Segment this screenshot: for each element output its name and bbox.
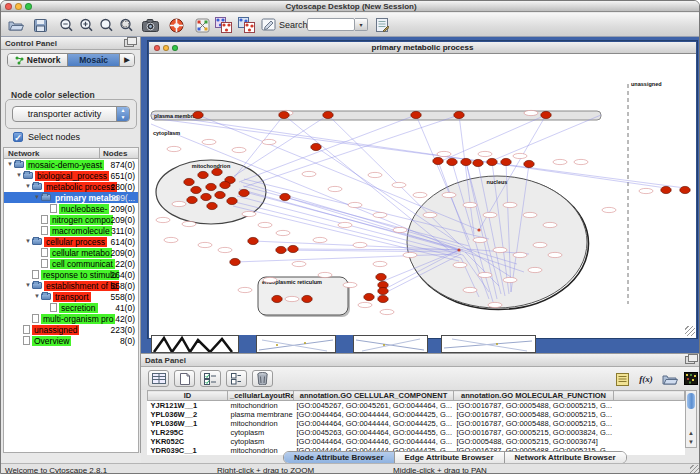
search-input[interactable] xyxy=(307,18,355,31)
delete-attribute-icon[interactable] xyxy=(252,370,273,387)
network-node[interactable] xyxy=(239,189,249,196)
table-cell[interactable] xyxy=(614,401,685,411)
gene-label[interactable] xyxy=(483,212,497,217)
network-node[interactable] xyxy=(288,245,298,252)
gene-label[interactable] xyxy=(232,147,246,152)
app-resize-grip[interactable] xyxy=(690,465,700,474)
zoom-selected-icon[interactable] xyxy=(117,16,135,34)
merge-networks-icon[interactable] xyxy=(214,16,232,34)
import-attributes-icon[interactable] xyxy=(661,370,679,387)
tab-node-attribute-browser[interactable]: Node Attribute Browser xyxy=(284,452,395,463)
search-dropdown-icon[interactable]: ▾ xyxy=(355,18,368,31)
select-nodes-checkbox[interactable]: ✓ xyxy=(13,132,23,142)
table-cell[interactable]: YDR039C__1 xyxy=(148,446,228,455)
tab-mosaic[interactable]: Mosaic xyxy=(68,54,120,66)
tree-row[interactable]: ▼biological_process651(0) xyxy=(4,170,138,181)
tree-row[interactable]: ▼metabolic process280(0) xyxy=(4,181,138,192)
gene-label[interactable] xyxy=(373,212,387,217)
new-attribute-icon[interactable] xyxy=(174,370,195,387)
gene-label[interactable] xyxy=(242,211,256,216)
gene-label[interactable] xyxy=(156,217,170,222)
table-column-header[interactable]: annotation.GO CELLULAR_COMPONENT xyxy=(294,391,454,401)
network-node[interactable] xyxy=(311,143,321,150)
gene-label[interactable] xyxy=(164,237,178,242)
gene-label[interactable] xyxy=(218,247,232,252)
gene-label[interactable] xyxy=(463,202,477,207)
scroll-down-icon[interactable]: ▼ xyxy=(686,438,696,447)
gene-label[interactable] xyxy=(202,139,216,144)
gene-label[interactable] xyxy=(182,221,196,226)
gene-label[interactable] xyxy=(503,277,517,282)
background-window-fragment[interactable] xyxy=(353,335,428,353)
table-cell[interactable]: plasma membrane xyxy=(228,410,294,419)
network-node[interactable] xyxy=(376,273,386,280)
network-node[interactable] xyxy=(433,157,443,164)
gene-label[interactable] xyxy=(318,272,332,277)
attribute-table-icon[interactable] xyxy=(148,370,169,387)
network-node[interactable] xyxy=(198,171,208,178)
float-panel-icon[interactable] xyxy=(124,39,134,47)
table-cell[interactable]: YKR052C xyxy=(148,437,228,446)
gene-label[interactable] xyxy=(328,186,342,191)
gene-label[interactable] xyxy=(453,262,467,267)
table-row[interactable]: YJR121W__1mitochondrion[GO:0045267, GO:0… xyxy=(148,401,685,411)
gene-label[interactable] xyxy=(513,153,527,158)
network-node[interactable] xyxy=(212,168,222,175)
network-node[interactable] xyxy=(454,111,464,118)
gene-label[interactable] xyxy=(302,171,316,176)
session-note-icon[interactable] xyxy=(373,16,391,34)
table-cell[interactable]: YPL036W__1 xyxy=(148,419,228,428)
gene-label[interactable] xyxy=(198,242,212,247)
gene-label[interactable] xyxy=(338,222,352,227)
disclosure-triangle-icon[interactable]: ▼ xyxy=(25,236,32,247)
network-node[interactable] xyxy=(220,181,230,188)
table-cell[interactable]: YPL036W__2 xyxy=(148,410,228,419)
table-cell[interactable]: [GO:0016787, GO:0005215, GO:0003824, G..… xyxy=(454,428,614,437)
scroll-up-icon[interactable]: ▲ xyxy=(686,429,696,438)
table-cell[interactable] xyxy=(614,428,685,437)
table-cell[interactable]: cytoplasm xyxy=(228,428,294,437)
network-node[interactable] xyxy=(487,158,497,165)
tree-row[interactable]: secretion41(0) xyxy=(4,302,138,313)
gene-label[interactable] xyxy=(473,237,487,242)
gene-label[interactable] xyxy=(548,252,562,257)
network-node[interactable] xyxy=(280,193,290,200)
network-node[interactable] xyxy=(473,159,483,166)
snapshot-icon[interactable] xyxy=(141,16,159,34)
more-tabs-button[interactable]: ▶ xyxy=(120,54,134,66)
disclosure-triangle-icon[interactable]: ▼ xyxy=(34,291,41,302)
float-panel-icon[interactable] xyxy=(685,356,695,364)
table-vertical-scrollbar[interactable]: ▲ ▼ xyxy=(685,390,697,448)
network-node[interactable] xyxy=(302,295,312,302)
disclosure-triangle-icon[interactable]: ▼ xyxy=(7,159,14,170)
network-node[interactable] xyxy=(230,258,240,265)
gene-label[interactable] xyxy=(543,222,557,227)
gene-label[interactable] xyxy=(423,212,437,217)
network-window-titlebar[interactable]: primary metabolic process xyxy=(149,42,696,54)
gene-label[interactable] xyxy=(373,261,387,266)
table-cell[interactable] xyxy=(614,437,685,446)
gene-label[interactable] xyxy=(639,188,653,193)
tab-network[interactable]: Network xyxy=(8,54,68,66)
open-folder-icon[interactable] xyxy=(7,16,25,34)
tree-row[interactable]: multi-organism pro42(0) xyxy=(4,313,138,324)
network-node[interactable] xyxy=(524,160,534,167)
network-node[interactable] xyxy=(541,111,551,118)
table-cell[interactable]: [GO:0005488, GO:0005215, GO:0003674] xyxy=(454,437,614,446)
tree-row[interactable]: ▼establishment of lo558(0) xyxy=(4,280,138,291)
background-window-fragment[interactable] xyxy=(256,335,336,353)
network-edge[interactable] xyxy=(244,115,459,187)
gene-label[interactable] xyxy=(292,261,306,266)
network-node[interactable] xyxy=(477,228,480,231)
tree-row[interactable]: cellular metabo209(0) xyxy=(4,247,138,258)
table-column-header[interactable]: ID xyxy=(148,391,228,401)
network-node[interactable] xyxy=(378,287,388,294)
network-canvas[interactable]: plasma membranecytoplasmmitochondrionnuc… xyxy=(149,54,696,338)
gene-label[interactable] xyxy=(313,237,327,242)
gene-label[interactable] xyxy=(553,159,567,164)
tab-edge-attribute-browser[interactable]: Edge Attribute Browser xyxy=(395,452,505,463)
network-node[interactable] xyxy=(191,186,201,193)
gene-label[interactable] xyxy=(393,227,407,232)
attribute-table[interactable]: ID_cellularLayoutRegionannotation.GO CEL… xyxy=(147,390,685,455)
gene-label[interactable] xyxy=(523,212,537,217)
